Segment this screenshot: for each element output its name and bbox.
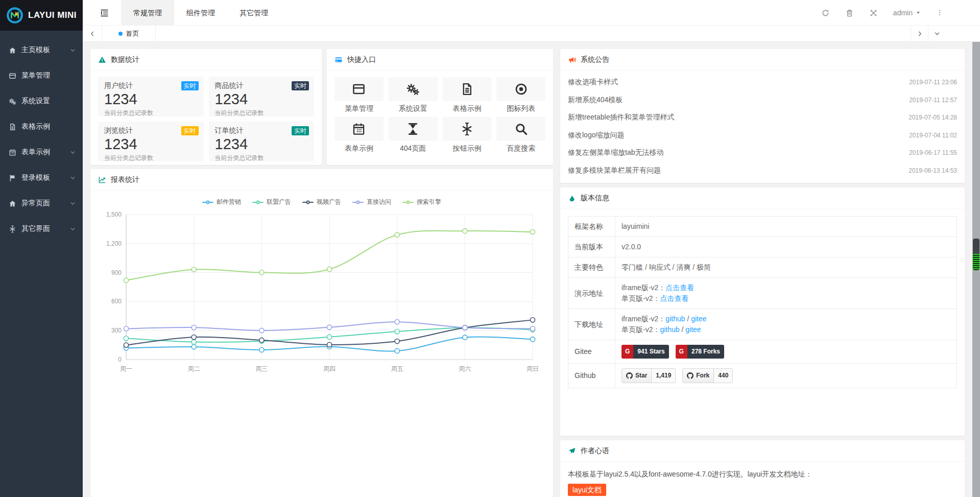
sidebar-item-other-ui[interactable]: 其它界面 xyxy=(0,216,83,242)
chevron-left-icon xyxy=(89,31,95,37)
svg-text:1,200: 1,200 xyxy=(106,240,122,247)
stats-card-header: 数据统计 xyxy=(90,49,322,70)
sidebar: LAYUI MINI 主页模板 菜单管理 系统设置 表格示例 表单示例 登录模板 xyxy=(0,0,83,497)
tab-scroll-right-button[interactable] xyxy=(911,26,928,41)
legend-item[interactable]: 视频广告 xyxy=(302,198,341,206)
legend-marker-icon xyxy=(302,202,314,203)
github-star-button[interactable]: Star 1,419 xyxy=(622,368,676,383)
author-card-header: 作者心语 xyxy=(560,440,965,462)
svg-text:周二: 周二 xyxy=(188,365,200,372)
version-card: 版本信息 框架名称 layuimini 当前版本 v2.0.0 主要特色 零门槛… xyxy=(560,187,965,436)
table-row: 演示地址 iframe版-v2：点击查看 单页版-v2：点击查看 xyxy=(568,278,957,309)
demo-onepage-link[interactable]: 点击查看 xyxy=(660,294,688,302)
notice-item: 新增系统404模板 2019-07-11 12:57 xyxy=(568,91,957,109)
download-gitee-link[interactable]: gitee xyxy=(691,315,706,323)
legend-item[interactable]: 搜索引擎 xyxy=(402,198,441,206)
caret-down-icon xyxy=(916,10,921,15)
stat-views: 浏览统计 实时 1234 当前分类总记录数 xyxy=(98,122,204,161)
logo-icon xyxy=(6,7,23,24)
legend-item[interactable]: 直接访问 xyxy=(352,198,391,206)
legend-item[interactable]: 联盟广告 xyxy=(252,198,291,206)
user-dropdown[interactable]: admin xyxy=(893,9,921,17)
tab-home-label: 首页 xyxy=(126,29,139,38)
quick-system-settings[interactable]: 系统设置 xyxy=(389,77,438,113)
report-card-header: 报表统计 xyxy=(90,169,553,191)
quick-menu-manage[interactable]: 菜单管理 xyxy=(334,77,384,113)
sidebar-item-home-template[interactable]: 主页模板 xyxy=(0,37,83,63)
sidebar-item-table-demo[interactable]: 表格示例 xyxy=(0,114,83,139)
gears-icon xyxy=(9,98,16,105)
svg-text:1,500: 1,500 xyxy=(106,211,122,218)
author-body: 本模板基于layui2.5.4以及font-awesome-4.7.0进行实现。… xyxy=(560,462,965,497)
github-star-count: 1,419 xyxy=(651,369,675,383)
legend-item[interactable]: 邮件营销 xyxy=(202,198,241,206)
quick-form-demo[interactable]: 表单示例 xyxy=(334,117,384,153)
warning-triangle-icon xyxy=(98,56,106,64)
notice-card: 系统公告 修改选项卡样式 2019-07-11 23:06 新增系统404模板 … xyxy=(560,49,965,183)
sidebar-item-error-pages[interactable]: 异常页面 xyxy=(0,191,83,216)
gitee-stars-badge[interactable]: G 941 Stars xyxy=(622,345,669,359)
svg-text:周三: 周三 xyxy=(255,365,268,372)
fullscreen-icon[interactable] xyxy=(869,9,878,17)
download-github-link[interactable]: github xyxy=(660,325,679,334)
legend-marker-icon xyxy=(352,202,364,203)
legend-label: 邮件营销 xyxy=(217,198,241,206)
more-menu-icon[interactable] xyxy=(936,9,943,17)
quick-baidu-search[interactable]: 百度搜索 xyxy=(496,117,545,153)
calendar-icon xyxy=(9,149,16,156)
download-github-link[interactable]: github xyxy=(665,315,685,323)
table-row: 框架名称 layuimini xyxy=(568,217,957,237)
sidebar-item-form-demo[interactable]: 表单示例 xyxy=(0,139,83,165)
legend-label: 联盟广告 xyxy=(267,198,291,206)
octocat-icon xyxy=(687,372,694,379)
notice-item: 修改选项卡样式 2019-07-11 23:06 xyxy=(568,74,957,91)
quick-icon-list[interactable]: 图标列表 xyxy=(496,77,545,113)
line-chart-icon xyxy=(98,176,106,184)
window-icon xyxy=(9,72,16,80)
tab-home[interactable]: 首页 xyxy=(102,26,156,41)
nav-tab-other[interactable]: 其它管理 xyxy=(227,0,280,26)
report-title: 报表统计 xyxy=(111,175,139,184)
refresh-icon[interactable] xyxy=(821,9,830,17)
sidebar-menu: 主页模板 菜单管理 系统设置 表格示例 表单示例 登录模板 异常页面 xyxy=(0,31,83,242)
tab-menu-button[interactable] xyxy=(928,26,945,41)
stats-grid: 用户统计 实时 1234 当前分类总记录数 商品统计 实时 1234 当前分类总… xyxy=(90,70,322,165)
version-table: 框架名称 layuimini 当前版本 v2.0.0 主要特色 零门槛 / 响应… xyxy=(568,216,957,388)
quick-404-page[interactable]: 404页面 xyxy=(389,117,438,153)
nav-tab-components[interactable]: 组件管理 xyxy=(174,0,227,26)
svg-text:周五: 周五 xyxy=(391,365,403,372)
layui-doc-badge[interactable]: layui文档 xyxy=(568,484,606,496)
legend-label: 搜索引擎 xyxy=(417,198,441,206)
quick-button-demo[interactable]: 按钮示例 xyxy=(443,117,492,153)
demo-iframe-link[interactable]: 点击查看 xyxy=(665,283,694,292)
chevron-down-icon xyxy=(70,226,76,232)
hourglass-icon xyxy=(406,122,420,136)
tab-scroll-left-button[interactable] xyxy=(83,26,102,41)
github-fork-button[interactable]: Fork 440 xyxy=(682,368,733,383)
legend-label: 直接访问 xyxy=(367,198,391,206)
tab-bar: 首页 xyxy=(83,26,980,42)
notice-list: 修改选项卡样式 2019-07-11 23:06 新增系统404模板 2019-… xyxy=(560,70,965,182)
chevron-right-icon xyxy=(917,31,923,37)
circle-dot-icon xyxy=(514,82,528,96)
download-gitee-link[interactable]: gitee xyxy=(685,325,701,334)
logo[interactable]: LAYUI MINI xyxy=(0,0,83,31)
username: admin xyxy=(893,9,913,17)
sidebar-item-system-settings[interactable]: 系统设置 xyxy=(0,88,83,114)
sidebar-item-menu-manage[interactable]: 菜单管理 xyxy=(0,63,83,88)
snowflake-icon xyxy=(460,122,474,136)
nav-tab-general[interactable]: 常规管理 xyxy=(121,0,174,26)
collapse-menu-button[interactable] xyxy=(94,0,114,26)
quick-table-demo[interactable]: 表格示例 xyxy=(443,77,492,113)
notice-title: 系统公告 xyxy=(581,55,609,64)
legend-marker-icon xyxy=(402,202,414,203)
svg-text:0: 0 xyxy=(118,356,122,363)
search-icon xyxy=(514,122,528,136)
gitee-forks-badge[interactable]: G 278 Forks xyxy=(676,345,724,359)
svg-text:周六: 周六 xyxy=(459,365,471,372)
notice-card-header: 系统公告 xyxy=(560,49,965,70)
trash-icon[interactable] xyxy=(845,9,854,17)
sidebar-item-login-template[interactable]: 登录模板 xyxy=(0,165,83,191)
svg-text:周四: 周四 xyxy=(323,365,336,372)
scrollbar-thumb[interactable] xyxy=(973,239,979,270)
